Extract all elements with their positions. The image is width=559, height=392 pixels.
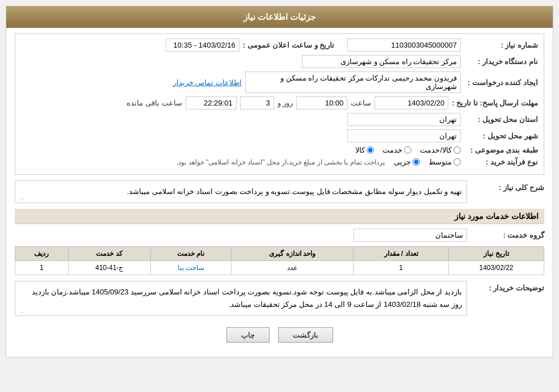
th-tedad: تعداد / مقدار — [354, 247, 449, 261]
ostan-value: تهران — [347, 113, 461, 126]
radio-motavaset: متوسط — [428, 158, 461, 166]
row-tabaghe: طبقه بندی موضوعی : کالا/خدمت خدمت کالا — [21, 146, 538, 154]
radio-khedmat-label: خدمت — [383, 146, 402, 154]
mohlat-label: مهلت ارسال پاسخ: تا تاریخ : — [452, 99, 538, 107]
farayand-note: پرداخت تمام یا بخشی از مبلغ خرید،از محل … — [176, 158, 385, 166]
chap-button[interactable]: چاپ — [226, 327, 270, 343]
radio-jozii: جزیی — [394, 158, 420, 166]
th-vahed: واحد اندازه گیری — [231, 247, 353, 261]
nam-dastgah-value: مرکز تحقیقات راه مسکن و شهرسازی — [302, 55, 461, 68]
resize-handle-sharh: ⌟ — [16, 195, 23, 201]
row-noe-farayand: نوع فرآیند خرید : متوسط جزیی پرداخت تمام… — [21, 158, 538, 166]
mohlat-date: 1403/02/20 — [375, 96, 448, 109]
tosih-kharidar-label: توضیحات خریدار : — [470, 281, 544, 292]
radio-khedmat: خدمت — [383, 146, 411, 154]
td-nam-khedmat: ساخت بنا — [150, 261, 231, 275]
radio-kala-khedmat-input[interactable] — [453, 146, 461, 154]
khadamat-table: تاریخ نیاز تعداد / مقدار واحد اندازه گیر… — [15, 246, 544, 275]
saat-value: 10:00 — [296, 96, 347, 109]
tabaghe-radio-group: کالا/خدمت خدمت کالا — [355, 146, 461, 154]
ijad-konande-value: فریدون محمد رحیمی تدارکات مرکز تحقیقات ر… — [245, 71, 461, 93]
table-row: 1403/02/22 1 عدد ساخت بنا ج-41-410 1 — [15, 261, 544, 275]
bazgasht-button[interactable]: بازگشت — [278, 327, 333, 343]
td-radif: 1 — [15, 261, 69, 275]
ijad-konande-label: ایجاد کننده درخواست : — [464, 78, 538, 87]
shahr-value: تهران — [347, 129, 461, 142]
radio-kala-label: کالا — [355, 146, 365, 154]
page-header: جزئیات اطلاعات نیاز — [6, 6, 553, 28]
khadamat-table-section: تاریخ نیاز تعداد / مقدار واحد اندازه گیر… — [15, 246, 544, 275]
baghimande-value: 22:29:01 — [186, 96, 237, 109]
baghimande-label: ساعت باقی مانده — [127, 99, 182, 107]
farayand-radio-group: متوسط جزیی — [394, 158, 461, 166]
sharh-koli-area: تهیه و تکمیل دیوار سوله مطابق مشخصات فای… — [15, 180, 467, 203]
khadamat-section-title: اطلاعات خدمات مورد نیاز — [15, 209, 544, 224]
shahr-label: شهر محل تحویل : — [464, 132, 538, 140]
th-kod-khedmat: کد خدمت — [68, 247, 150, 261]
radio-motavaset-input[interactable] — [453, 158, 461, 166]
noe-farayand-label: نوع فرآیند خرید : — [464, 158, 538, 166]
nam-dastgah-label: نام دستگاه خریدار : — [464, 57, 538, 66]
sharh-koli-label: شرح کلی نیاز : — [470, 180, 544, 192]
sharh-koli-text: تهیه و تکمیل دیوار سوله مطابق مشخصات فای… — [20, 186, 462, 198]
tarikh-label: تاریخ و ساعت اعلان عمومی : — [243, 41, 334, 49]
radio-jozii-label: جزیی — [394, 158, 411, 166]
page-container: جزئیات اطلاعات نیاز شماره نیاز : 1103003… — [6, 6, 553, 357]
row-ostan: استان محل تحویل : تهران — [21, 113, 538, 126]
row-nam-dastgah: نام دستگاه خریدار : مرکز تحقیقات راه مسک… — [21, 55, 538, 68]
resize-handle-tosih: ⌟ — [16, 307, 23, 314]
td-tarikh: 1403/02/22 — [449, 261, 544, 275]
rooz-label: روز و — [278, 99, 293, 107]
shomare-niaz-label: شماره نیاز : — [464, 41, 538, 49]
td-kod-khedmat: ج-41-410 — [68, 261, 150, 275]
grohe-khedmat-value: ساختمان — [354, 229, 467, 242]
th-radif: ردیف — [15, 247, 69, 261]
row-tosih-kharidar: توضیحات خریدار : بازدید از محل الزامی می… — [15, 281, 544, 316]
radio-jozii-input[interactable] — [413, 158, 420, 166]
shomare-niaz-value: 1103003045000007 — [347, 39, 461, 52]
td-vahed: عدد — [231, 261, 353, 275]
radio-kala: کالا — [355, 146, 374, 154]
radio-kala-input[interactable] — [367, 146, 374, 154]
row-shahr: شهر محل تحویل : تهران — [21, 129, 538, 142]
row-mohlat: مهلت ارسال پاسخ: تا تاریخ : 1403/02/20 س… — [21, 96, 538, 109]
row-sharh-koli: شرح کلی نیاز : تهیه و تکمیل دیوار سوله م… — [15, 180, 544, 203]
page-title: جزئیات اطلاعات نیاز — [243, 12, 316, 22]
main-info-section: شماره نیاز : 1103003045000007 تاریخ و سا… — [15, 33, 544, 175]
tarikh-value: 1403/02/16 - 10:35 — [166, 39, 239, 52]
th-nam-khedmat: نام خدمت — [150, 247, 231, 261]
radio-motavaset-label: متوسط — [428, 158, 452, 166]
radio-kala-khedmat: کالا/خدمت — [420, 146, 461, 154]
tosih-kharidar-text: بازدید از محل الزامی میباشد.به فایل پیوس… — [20, 286, 462, 311]
tosih-kharidar-area: بازدید از محل الزامی میباشد.به فایل پیوس… — [15, 281, 467, 316]
row-ijad-konande: ایجاد کننده درخواست : فریدون محمد رحیمی … — [21, 71, 538, 93]
tabaghe-label: طبقه بندی موضوعی : — [464, 146, 538, 154]
saat-label: ساعت — [351, 99, 371, 107]
radio-kala-khedmat-label: کالا/خدمت — [420, 146, 452, 154]
ostan-label: استان محل تحویل : — [464, 115, 538, 124]
buttons-row: بازگشت چاپ — [15, 322, 544, 351]
ettelaat-link[interactable]: اطلاعات تماس خریدار — [173, 78, 242, 87]
rooz-value: 3 — [240, 96, 274, 109]
grohe-khedmat-label: گروه خدمت : — [470, 231, 544, 239]
radio-khedmat-input[interactable] — [404, 146, 411, 154]
th-tarikh-niaz: تاریخ نیاز — [449, 247, 544, 261]
row-grohe-khedmat: گروه خدمت : ساختمان — [15, 229, 544, 242]
row-shomare-tarikh: شماره نیاز : 1103003045000007 تاریخ و سا… — [21, 39, 538, 52]
td-tedad: 1 — [354, 261, 449, 275]
main-content: شماره نیاز : 1103003045000007 تاریخ و سا… — [6, 28, 553, 357]
